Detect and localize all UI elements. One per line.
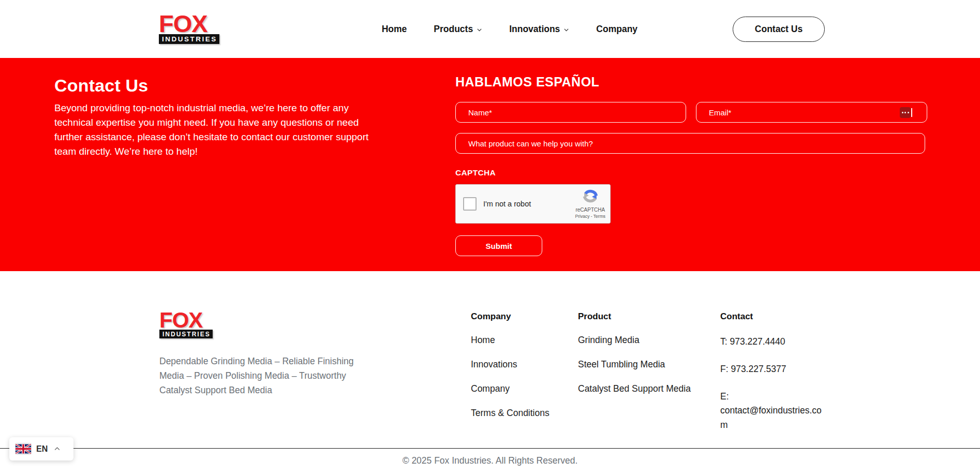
footer-link-steel-tumbling-media[interactable]: Steel Tumbling Media: [578, 359, 720, 370]
submit-button[interactable]: Submit: [455, 235, 542, 256]
footer-heading-contact: Contact: [720, 311, 826, 322]
contact-section-description: Beyond providing top-notch industrial me…: [54, 101, 375, 159]
footer-link-company[interactable]: Company: [471, 383, 578, 394]
contact-intro: Contact Us Beyond providing top-notch in…: [54, 68, 375, 271]
nav-company-label: Company: [596, 24, 637, 35]
nav-item-company[interactable]: Company: [596, 24, 637, 35]
captcha-label: CAPTCHA: [455, 168, 927, 177]
logo-industries-text: INDUSTRIES: [159, 34, 219, 44]
email-field-wrap: [696, 102, 927, 123]
nav-home-label: Home: [382, 24, 407, 35]
header-logo[interactable]: FOX INDUSTRIES: [159, 14, 219, 43]
footer-column-company: Company Home Innovations Company Terms &…: [471, 311, 578, 446]
recaptcha-widget: I'm not a robot reCAPTCHA Privacy - Term…: [455, 184, 611, 224]
site-header: FOX INDUSTRIES Home Products Innovations…: [0, 0, 980, 58]
chevron-down-icon: [563, 27, 569, 33]
form-title: HABLAMOS ESPAÑOL: [455, 75, 927, 90]
chevron-up-icon: [54, 446, 61, 452]
contact-section-title: Contact Us: [54, 76, 375, 96]
recaptcha-brand-name: reCAPTCHA: [575, 207, 605, 214]
footer-link-grinding-media[interactable]: Grinding Media: [578, 335, 720, 346]
footer-heading-company: Company: [471, 311, 578, 322]
footer-fax: F: 973.227.5377: [720, 362, 826, 376]
language-code-label: EN: [36, 444, 48, 454]
footer-logo[interactable]: FOX INDUSTRIES: [159, 311, 213, 338]
footer-email[interactable]: E: contact@foxindustries.com: [720, 390, 826, 432]
name-input[interactable]: [455, 102, 686, 123]
text-caret: [911, 108, 912, 117]
chevron-down-icon: [477, 27, 482, 33]
contact-section: Contact Us Beyond providing top-notch in…: [0, 58, 980, 271]
footer-column-contact: Contact T: 973.227.4440 F: 973.227.5377 …: [720, 311, 826, 446]
autofill-dots-icon[interactable]: [900, 107, 911, 118]
copyright-text: © 2025 Fox Industries. All Rights Reserv…: [0, 455, 980, 466]
email-input[interactable]: [696, 102, 927, 123]
recaptcha-checkbox[interactable]: [463, 197, 477, 211]
footer-tagline: Dependable Grinding Media – Reliable Fin…: [159, 354, 366, 398]
logo-fox-text: FOX: [159, 311, 213, 329]
footer-link-home[interactable]: Home: [471, 335, 578, 346]
footer-phone: T: 973.227.4440: [720, 335, 826, 349]
site-footer: FOX INDUSTRIES Dependable Grinding Media…: [0, 271, 980, 446]
contact-us-button[interactable]: Contact Us: [733, 17, 825, 42]
footer-link-catalyst-bed-support-media[interactable]: Catalyst Bed Support Media: [578, 383, 720, 394]
language-selector[interactable]: EN: [9, 437, 73, 461]
nav-item-products[interactable]: Products: [434, 24, 482, 35]
bottom-divider: [0, 448, 980, 449]
nav-products-label: Products: [434, 24, 473, 35]
form-row-name-email: [455, 102, 927, 123]
nav-innovations-label: Innovations: [509, 24, 560, 35]
footer-column-product: Product Grinding Media Steel Tumbling Me…: [578, 311, 720, 446]
nav-item-home[interactable]: Home: [382, 24, 407, 35]
main-nav: Home Products Innovations Company: [382, 24, 637, 35]
recaptcha-brand-block: reCAPTCHA Privacy - Terms: [575, 188, 605, 219]
footer-columns: Company Home Innovations Company Terms &…: [471, 311, 826, 446]
logo-industries-text: INDUSTRIES: [159, 330, 213, 338]
message-input[interactable]: [455, 133, 925, 154]
footer-link-terms[interactable]: Terms & Conditions: [471, 408, 578, 419]
recaptcha-logo-icon: [583, 188, 598, 206]
contact-form: HABLAMOS ESPAÑOL CAPTCHA I'm not a robot: [455, 68, 927, 271]
recaptcha-checkbox-label: I'm not a robot: [483, 200, 531, 208]
recaptcha-privacy-terms-links[interactable]: Privacy - Terms: [575, 214, 605, 219]
footer-brand: FOX INDUSTRIES Dependable Grinding Media…: [159, 311, 367, 446]
footer-heading-product: Product: [578, 311, 720, 322]
logo-fox-text: FOX: [159, 14, 219, 34]
uk-flag-icon: [16, 443, 31, 454]
nav-item-innovations[interactable]: Innovations: [509, 24, 569, 35]
footer-link-innovations[interactable]: Innovations: [471, 359, 578, 370]
